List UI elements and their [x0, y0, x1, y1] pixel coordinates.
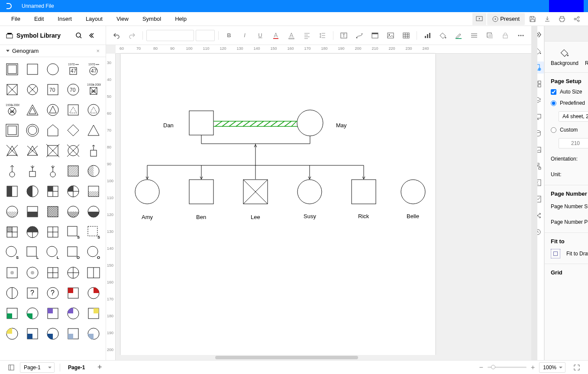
label-may[interactable]: May	[336, 122, 347, 129]
remove-background-button[interactable]: Remove B...	[582, 48, 588, 66]
symbol-triangle[interactable]	[85, 122, 102, 139]
symbol-dashed-square-s[interactable]: S	[85, 223, 102, 241]
label-amy[interactable]: Amy	[142, 214, 153, 220]
canvas[interactable]: 6070809010011012013014015016017018019020…	[106, 45, 531, 360]
symbol-circle-quad-cross[interactable]	[24, 223, 41, 241]
symbol-male-deceased-68[interactable]: 1938200668	[85, 81, 102, 98]
menu-insert[interactable]: Insert	[51, 16, 79, 22]
symbol-square-half-h-hatch[interactable]	[85, 183, 102, 200]
label-susy[interactable]: Susy	[304, 213, 316, 219]
pages-list-icon[interactable]	[4, 361, 18, 374]
menu-symbol[interactable]: Symbol	[136, 16, 168, 22]
predefined-radio[interactable]	[551, 100, 556, 106]
text-box-icon[interactable]: T	[337, 29, 351, 42]
menu-file[interactable]: File	[4, 16, 27, 22]
symbol-circle-half-h-hatch[interactable]	[3, 203, 21, 220]
label-rick[interactable]: Rick	[358, 213, 369, 219]
symbol-square-crosshatch[interactable]	[44, 203, 61, 220]
symbol-circle-half-hatched[interactable]	[85, 162, 102, 180]
symbol-square-2x2[interactable]	[44, 223, 61, 241]
symbol-square-outline[interactable]	[3, 122, 21, 139]
more-icon[interactable]	[514, 29, 528, 42]
symbol-miscarriage-triangle[interactable]	[24, 101, 41, 119]
symbol-circle-green-q[interactable]	[24, 305, 41, 322]
drawing-page[interactable]: Dan May Amy Ben Lee Susy Rick Belle	[121, 54, 435, 356]
label-belle[interactable]: Belle	[407, 213, 419, 219]
zoom-out-icon[interactable]: −	[479, 364, 483, 371]
label-lee[interactable]: Lee	[251, 214, 260, 220]
symbol-square-l[interactable]: L	[24, 244, 41, 261]
symbol-circle-half-h-fill[interactable]	[85, 203, 102, 220]
menu-edit[interactable]: Edit	[27, 16, 51, 22]
redo-icon[interactable]	[125, 29, 139, 42]
symbol-square-dot[interactable]	[3, 264, 21, 281]
symbol-circle-inner-tri[interactable]	[44, 101, 61, 119]
symbol-square-quad-tl[interactable]	[44, 183, 61, 200]
symbol-house[interactable]	[44, 122, 61, 139]
container-icon[interactable]	[368, 29, 382, 42]
symbol-circle-o[interactable]: O	[85, 244, 102, 261]
symbol-square-red-tl[interactable]	[65, 284, 82, 302]
symbol-circle-quad-tl[interactable]	[65, 183, 82, 200]
symbol-female-age-year[interactable]: 197047	[85, 61, 102, 78]
italic-icon[interactable]: I	[238, 29, 252, 42]
symbol-female[interactable]	[44, 61, 61, 78]
symbol-circle-outline[interactable]	[24, 122, 41, 139]
symbol-male-age-year[interactable]: 197047	[65, 61, 82, 78]
share-icon[interactable]	[570, 13, 584, 25]
label-ben[interactable]: Ben	[196, 214, 206, 220]
symbol-square-hatched[interactable]	[65, 162, 82, 180]
symbol-circle-x2[interactable]	[65, 142, 82, 159]
close-icon[interactable]: ×	[96, 48, 100, 54]
fit-to-drawing-button[interactable]: Fit to Drawing	[566, 251, 588, 257]
slideshow-icon[interactable]	[472, 13, 486, 25]
highlight-icon[interactable]	[284, 29, 298, 42]
symbol-square-quad-tl-cross[interactable]	[3, 223, 21, 241]
align-icon[interactable]	[300, 29, 314, 42]
menu-layout[interactable]: Layout	[79, 16, 110, 22]
font-color-icon[interactable]	[269, 29, 283, 42]
symbol-square-quad[interactable]	[44, 264, 61, 281]
symbol-male-double[interactable]	[3, 61, 21, 78]
symbol-abortion-triangle[interactable]	[3, 142, 21, 159]
symbol-circle-red-q[interactable]	[85, 284, 102, 302]
symbol-square-ltblue-br[interactable]	[65, 325, 82, 342]
predefined-size-select[interactable]: A4 sheet, 210mm x 297 mm	[559, 111, 588, 122]
symbol-circle-stem1[interactable]	[3, 162, 21, 180]
fullscreen-icon[interactable]	[570, 361, 584, 374]
font-family-select[interactable]	[146, 30, 194, 41]
symbol-circle-s[interactable]: S	[3, 244, 21, 261]
symbol-circle-l[interactable]: L	[44, 244, 61, 261]
save-icon[interactable]	[526, 13, 540, 25]
width-field[interactable]	[559, 138, 588, 148]
symbol-square-half-h[interactable]	[24, 203, 41, 220]
underline-icon[interactable]: U	[253, 29, 267, 42]
symbol-square-yellow-tr[interactable]	[85, 305, 102, 322]
symbol-circle-purple-q[interactable]	[65, 305, 82, 322]
symbol-circle-half-v2[interactable]	[3, 284, 21, 302]
symbol-diamond[interactable]	[65, 122, 82, 139]
present-button[interactable]: Present	[487, 13, 525, 25]
symbol-circle-stem2[interactable]	[44, 162, 61, 180]
collapse-panel-icon[interactable]	[86, 29, 100, 42]
print-icon[interactable]	[555, 13, 569, 25]
symbol-circle-yellow-q[interactable]	[3, 325, 21, 342]
undo-icon[interactable]	[110, 29, 123, 42]
symbol-female-deceased-68[interactable]: 1938200668	[3, 101, 21, 119]
symbol-circle-q[interactable]: ?	[44, 284, 61, 302]
fill-icon[interactable]	[436, 29, 450, 42]
symbol-square-dashed-tri[interactable]	[65, 101, 82, 119]
line-style-icon[interactable]	[467, 29, 481, 42]
custom-radio[interactable]	[551, 127, 556, 133]
symbol-square-x2[interactable]	[44, 142, 61, 159]
symbol-triangle-x2[interactable]	[24, 142, 41, 159]
font-size-select[interactable]	[196, 30, 215, 41]
symbol-square-o[interactable]: O	[65, 244, 82, 261]
background-button[interactable]: Background	[547, 48, 582, 66]
category-genogram[interactable]: Genogram ×	[0, 45, 106, 57]
shadow-icon[interactable]	[483, 29, 497, 42]
symbol-circle-half-v[interactable]	[24, 183, 41, 200]
zoom-in-icon[interactable]: +	[531, 364, 535, 371]
symbol-circle-half-crosshatch[interactable]	[65, 203, 82, 220]
symbol-circle-dashed-tri[interactable]	[85, 101, 102, 119]
